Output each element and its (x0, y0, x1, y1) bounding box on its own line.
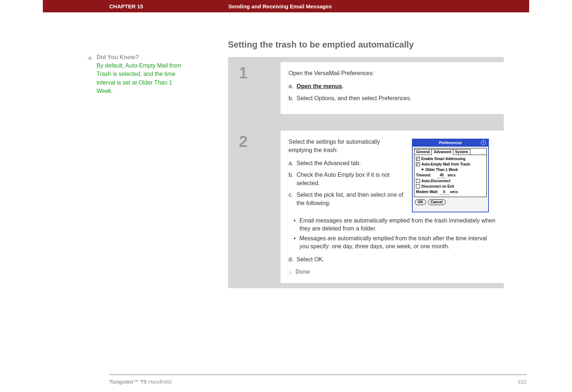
tab-general[interactable]: General (414, 149, 432, 155)
info-icon: i (481, 140, 486, 145)
palm-cancel-button[interactable]: Cancel (428, 199, 446, 205)
opt-disconnect-on-exit[interactable]: Disconnect on Exit (416, 184, 485, 189)
substep: a. Open the menus. (289, 82, 496, 90)
checkbox-icon (416, 157, 420, 161)
checkbox-icon (416, 162, 420, 166)
substep: b. Check the Auto Empty box if it is not… (289, 171, 405, 187)
bullet-item: • Email messages are automatically empti… (294, 217, 496, 233)
chapter-title: Sending and Receiving Email Messages (228, 3, 332, 9)
step-content: Open the VersaMail Preferences: a. Open … (281, 62, 504, 114)
opt-auto-disconnect[interactable]: Auto-Disconnect (416, 179, 485, 184)
open-menus-link[interactable]: Open the menus (297, 83, 342, 89)
substep: b. Select Options, and then select Prefe… (289, 94, 496, 102)
opt-timeout: Timeout: 45 secs (416, 173, 485, 178)
page-number: 332 (518, 379, 527, 385)
opt-interval-picker[interactable]: Older Than 1 Week (421, 167, 485, 172)
substep: d. Select OK. (289, 256, 496, 264)
step-number: 1 (228, 62, 281, 114)
step-intro: Select the settings for automatically em… (289, 138, 405, 154)
down-arrow-icon: ↓ (289, 268, 292, 277)
preferences-screenshot: Preferences i General Advanced System (412, 139, 489, 212)
timeout-value[interactable]: 45 (437, 173, 446, 178)
substep: c. Select the pick list, and then select… (289, 191, 405, 207)
tab-system[interactable]: System (453, 149, 470, 155)
substep: a. Select the Advanced tab. (289, 159, 405, 167)
palm-ok-button[interactable]: OK (415, 199, 426, 205)
tip-heading: Did You Know? (97, 54, 139, 60)
product-name: Tungsten™ T5 Handheld (109, 379, 171, 385)
palm-titlebar: Preferences i (413, 139, 488, 146)
page-footer: Tungsten™ T5 Handheld 332 (109, 375, 527, 385)
steps-container: 1 Open the VersaMail Preferences: a. Ope… (228, 57, 504, 288)
tip-body: By default, Auto-Empty Mail from Trash i… (97, 62, 181, 94)
step-1: 1 Open the VersaMail Preferences: a. Ope… (228, 57, 504, 119)
dropdown-icon (421, 169, 424, 171)
did-you-know-tip: + Did You Know? By default, Auto-Empty M… (97, 53, 187, 95)
bullet-item: • Messages are automatically emptied fro… (294, 234, 496, 251)
step-2: 2 Select the settings for automatically … (228, 126, 504, 288)
tab-advanced[interactable]: Advanced (432, 149, 453, 155)
done-marker: ↓ Done (289, 268, 496, 277)
checkbox-icon (416, 179, 420, 183)
step-content: Select the settings for automatically em… (281, 131, 504, 283)
opt-auto-empty[interactable]: Auto-Empty Mail from Trash: (416, 162, 485, 167)
modem-wait-value[interactable]: 0 (440, 189, 449, 195)
opt-modem-wait: Modem Wait: 0 secs (416, 189, 485, 195)
step-intro: Open the VersaMail Preferences: (289, 69, 496, 77)
opt-smart-addressing[interactable]: Enable Smart Addressing (416, 156, 485, 162)
palm-tabs: General Advanced System (414, 148, 486, 155)
step-number: 2 (228, 131, 281, 283)
checkbox-icon (416, 184, 420, 188)
plus-icon: + (87, 52, 93, 65)
chapter-label: CHAPTER 15 (109, 3, 143, 9)
section-title: Setting the trash to be emptied automati… (228, 40, 504, 50)
chapter-header: CHAPTER 15 Sending and Receiving Email M… (43, 0, 529, 12)
